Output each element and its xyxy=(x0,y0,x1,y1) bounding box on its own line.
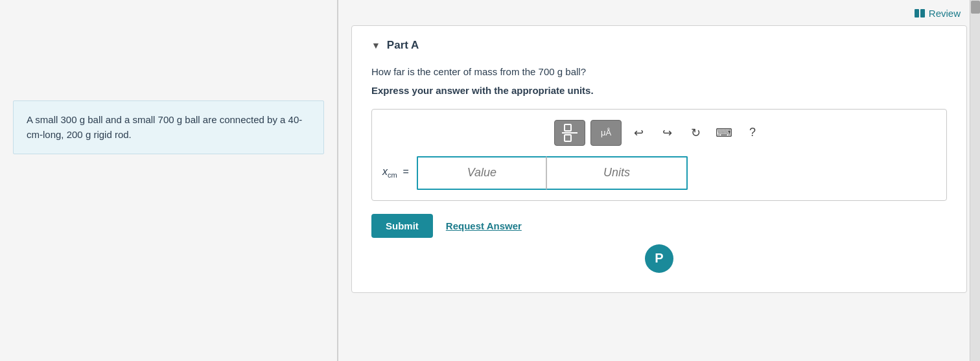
undo-icon: ↩ xyxy=(634,126,644,140)
collapse-arrow-icon[interactable]: ▼ xyxy=(371,40,380,51)
refresh-icon: ↻ xyxy=(691,126,701,140)
reset-button[interactable]: ↻ xyxy=(684,121,707,145)
submit-label: Submit xyxy=(386,220,419,231)
svg-rect-2 xyxy=(565,135,571,141)
review-link[interactable]: Review xyxy=(915,8,961,19)
toolbar: μÅ ↩ ↪ ↻ ⌨ xyxy=(382,120,936,146)
units-button[interactable]: μÅ xyxy=(590,120,622,146)
request-answer-label: Request Answer xyxy=(446,220,522,231)
review-area: Review xyxy=(338,0,980,25)
units-btn-label: μÅ xyxy=(601,128,611,137)
fraction-button[interactable] xyxy=(554,120,585,146)
request-answer-button[interactable]: Request Answer xyxy=(446,220,522,231)
help-button[interactable]: ? xyxy=(741,121,764,145)
review-icon xyxy=(915,9,925,17)
review-label: Review xyxy=(929,8,961,19)
left-panel: A small 300 g ball and a small 700 g bal… xyxy=(0,0,337,361)
keyboard-icon: ⌨ xyxy=(716,126,732,140)
problem-text: A small 300 g ball and a small 700 g bal… xyxy=(27,114,302,140)
input-subscript: cm xyxy=(388,172,397,180)
input-label: xcm = xyxy=(382,166,409,179)
answer-container: μÅ ↩ ↪ ↻ ⌨ xyxy=(371,109,947,201)
content-card: ▼ Part A How far is the center of mass f… xyxy=(351,25,967,293)
hint-icon-letter: P xyxy=(655,251,663,266)
right-panel: Review ▼ Part A How far is the center of… xyxy=(338,0,980,361)
bottom-hint: P xyxy=(371,244,947,273)
svg-rect-0 xyxy=(565,124,571,131)
units-input[interactable] xyxy=(546,156,688,190)
problem-box: A small 300 g ball and a small 700 g bal… xyxy=(13,100,324,154)
action-row: Submit Request Answer xyxy=(371,214,947,238)
submit-button[interactable]: Submit xyxy=(371,214,433,238)
review-icon-bar1 xyxy=(915,9,919,17)
help-icon: ? xyxy=(749,126,756,139)
redo-button[interactable]: ↪ xyxy=(655,121,679,145)
part-a-label: Part A xyxy=(387,39,419,52)
undo-button[interactable]: ↩ xyxy=(627,121,650,145)
part-header: ▼ Part A xyxy=(371,39,947,52)
hint-icon[interactable]: P xyxy=(645,244,673,273)
keyboard-button[interactable]: ⌨ xyxy=(712,121,736,145)
fraction-icon xyxy=(559,122,580,144)
redo-icon: ↪ xyxy=(662,126,672,140)
scrollbar-thumb[interactable] xyxy=(971,1,980,14)
review-icon-bar2 xyxy=(920,9,925,17)
question-instruction: Express your answer with the appropriate… xyxy=(371,85,947,96)
value-input[interactable] xyxy=(417,156,546,190)
question-text: How far is the center of mass from the 7… xyxy=(371,65,947,80)
scrollbar-track[interactable] xyxy=(970,0,980,361)
input-row: xcm = xyxy=(382,156,936,190)
